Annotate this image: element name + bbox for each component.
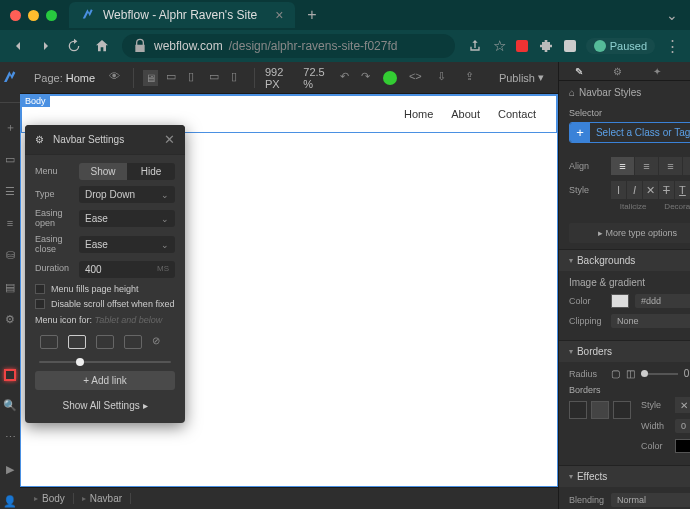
effects-section[interactable]: Effects <box>559 465 690 487</box>
borders-section[interactable]: Borders <box>559 340 690 362</box>
device-phone[interactable] <box>124 335 142 349</box>
redo-icon[interactable]: ↷ <box>361 70 374 86</box>
webflow-logo-icon[interactable] <box>2 70 18 86</box>
reload-icon[interactable] <box>66 38 82 54</box>
hide-option[interactable]: Hide <box>127 163 175 180</box>
crumb-body[interactable]: Body <box>26 493 74 504</box>
show-option[interactable]: Show <box>79 163 127 180</box>
none-deco-icon[interactable]: ✕ <box>643 181 658 199</box>
align-left-icon[interactable]: ≡ <box>611 157 634 175</box>
tab-close-icon[interactable]: × <box>275 7 283 23</box>
menu-toggle[interactable]: Show Hide <box>79 163 175 180</box>
browser-tab[interactable]: Webflow - Alphr Raven's Site × <box>69 2 295 28</box>
close-window[interactable] <box>10 10 21 21</box>
user-icon[interactable]: 👤 <box>2 493 18 509</box>
radius-mode-icon[interactable]: ▢ <box>611 368 620 379</box>
audit-icon[interactable] <box>4 369 16 381</box>
device-picker[interactable]: ⊘ <box>35 331 175 353</box>
show-all-settings-button[interactable]: Show All Settings ▸ <box>35 396 175 415</box>
strike-icon[interactable]: T <box>659 181 674 199</box>
page-selector[interactable]: Page: Home <box>28 70 101 86</box>
address-bar[interactable]: webflow.com/design/alphr-ravens-site-f02… <box>122 34 455 58</box>
add-element-icon[interactable]: ＋ <box>2 119 18 135</box>
device-tablet-icon[interactable]: ▭ <box>166 70 179 86</box>
device-phone-landscape-icon[interactable]: ▭ <box>209 70 222 86</box>
type-select[interactable]: Drop Down <box>79 186 175 203</box>
menu-icon[interactable]: ⋮ <box>665 37 680 55</box>
style-buttons[interactable]: I I ✕ T T T̄ <box>611 181 690 199</box>
interactions-tab-icon[interactable]: ✦ <box>648 62 666 80</box>
settings-icon[interactable]: ⚙ <box>2 311 18 327</box>
width-input[interactable]: 0PX <box>675 419 690 433</box>
border-side-select[interactable] <box>569 401 631 419</box>
forward-icon[interactable] <box>38 38 54 54</box>
publish-button[interactable]: Publish ▾ <box>493 69 550 86</box>
crumb-navbar[interactable]: Navbar <box>74 493 131 504</box>
fills-height-checkbox[interactable]: Menu fills page height <box>35 284 175 294</box>
home-icon[interactable] <box>94 38 110 54</box>
nav-link-about[interactable]: About <box>451 108 480 120</box>
regular-icon[interactable]: I <box>611 181 626 199</box>
window-controls[interactable] <box>10 10 57 21</box>
minimize-window[interactable] <box>28 10 39 21</box>
nav-link-contact[interactable]: Contact <box>498 108 536 120</box>
backgrounds-section[interactable]: Backgrounds <box>559 249 690 271</box>
align-right-icon[interactable]: ≡ <box>659 157 682 175</box>
add-class-icon[interactable]: + <box>570 123 590 142</box>
align-buttons[interactable]: ≡ ≡ ≡ ≡ <box>611 157 690 175</box>
clipping-select[interactable]: None⌄ <box>611 314 690 328</box>
border-none-icon[interactable]: ✕ <box>675 397 690 413</box>
border-top[interactable] <box>569 401 587 419</box>
export-icon[interactable]: ⇩ <box>437 70 453 86</box>
easing-open-select[interactable]: Ease <box>79 210 175 227</box>
border-right[interactable] <box>613 401 631 419</box>
brush-tab-icon[interactable]: ✎ <box>570 62 588 80</box>
bcolor-swatch[interactable] <box>675 439 690 453</box>
search-icon[interactable]: 🔍 <box>2 397 18 413</box>
video-icon[interactable]: ▶ <box>2 461 18 477</box>
border-style-buttons[interactable]: ✕ — ╌ ⋯ <box>675 397 690 413</box>
more-type-button[interactable]: ▸ More type options <box>569 223 690 243</box>
duration-input[interactable]: 400MS <box>79 261 175 278</box>
radius-value[interactable]: 0 <box>684 368 690 379</box>
pages-icon[interactable]: ▭ <box>2 151 18 167</box>
border-all[interactable] <box>591 401 609 419</box>
extensions-icon[interactable] <box>538 38 554 54</box>
undo-icon[interactable]: ↶ <box>340 70 353 86</box>
maximize-window[interactable] <box>46 10 57 21</box>
device-none[interactable]: ⊘ <box>152 335 170 349</box>
body-tag[interactable]: Body <box>21 95 50 107</box>
radius-slider[interactable] <box>641 373 678 375</box>
canvas[interactable]: Body Home About Contact ⚙ Navbar Setting… <box>20 94 558 487</box>
extension-3-icon[interactable] <box>564 40 576 52</box>
radius-corner-icon[interactable]: ◫ <box>626 368 635 379</box>
bg-color-value[interactable]: #ddd <box>635 294 690 308</box>
zoom-level[interactable]: 72.5 % <box>303 66 332 90</box>
extension-1-icon[interactable] <box>516 40 528 52</box>
add-link-button[interactable]: + Add link <box>35 371 175 390</box>
cms-icon[interactable]: ≡ <box>2 215 18 231</box>
blending-select[interactable]: Normal⌄ <box>611 493 690 507</box>
device-phone-icon[interactable]: ▯ <box>231 70 244 86</box>
canvas-width[interactable]: 992 PX <box>265 66 295 90</box>
close-icon[interactable]: ✕ <box>164 132 175 147</box>
ecommerce-icon[interactable]: ⛁ <box>2 247 18 263</box>
disable-scroll-checkbox[interactable]: Disable scroll offset when fixed <box>35 299 175 309</box>
breakpoint-slider[interactable] <box>39 361 171 363</box>
class-selector[interactable]: + Select a Class or Tag <box>569 122 690 143</box>
italic-icon[interactable]: I <box>627 181 642 199</box>
device-tablet-portrait-icon[interactable]: ▯ <box>188 70 201 86</box>
status-ok-icon[interactable] <box>383 71 397 85</box>
bookmark-icon[interactable]: ☆ <box>493 37 506 55</box>
share-icon[interactable]: ⇪ <box>465 70 481 86</box>
align-justify-icon[interactable]: ≡ <box>683 157 690 175</box>
align-center-icon[interactable]: ≡ <box>635 157 658 175</box>
settings-tab-icon[interactable]: ⚙ <box>609 62 627 80</box>
underline-icon[interactable]: T <box>675 181 690 199</box>
bg-color-swatch[interactable] <box>611 294 629 308</box>
device-desktop[interactable] <box>40 335 58 349</box>
nav-link-home[interactable]: Home <box>404 108 433 120</box>
help-icon[interactable]: ⋯ <box>2 429 18 445</box>
tabs-menu-icon[interactable]: ⌄ <box>666 7 678 23</box>
preview-icon[interactable]: 👁 <box>109 70 122 86</box>
